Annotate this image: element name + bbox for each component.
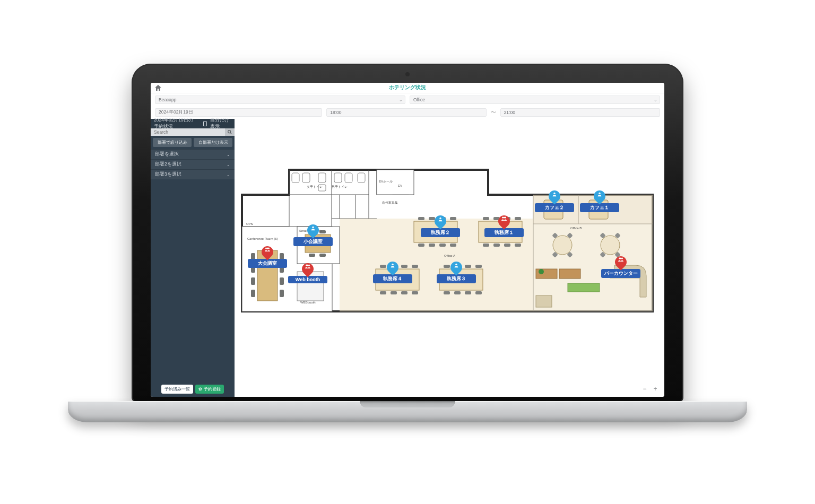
date-input[interactable]: 2024年02月19日 — [155, 108, 322, 117]
svg-text:EVホール: EVホール — [379, 180, 393, 183]
svg-text:男子トイレ: 男子トイレ — [332, 185, 348, 188]
zoom-out-button[interactable]: − — [641, 385, 648, 393]
svg-rect-63 — [504, 244, 510, 247]
seat-marker-label[interactable]: 執務席１ — [484, 228, 524, 237]
svg-rect-27 — [334, 173, 342, 183]
time-end-value: 21:00 — [504, 110, 515, 115]
seat-marker-label[interactable]: 執務席２ — [421, 228, 460, 237]
svg-rect-64 — [515, 244, 521, 247]
svg-rect-76 — [475, 265, 482, 268]
svg-point-83 — [553, 236, 572, 255]
seat-marker-label[interactable]: バーカウンター — [601, 269, 640, 278]
search-input[interactable] — [151, 128, 225, 136]
chevron-down-icon: ⌄ — [227, 172, 230, 177]
svg-rect-60 — [515, 217, 521, 220]
seat-marker-label[interactable]: カフェ２ — [535, 203, 574, 212]
svg-rect-43 — [319, 254, 326, 257]
date-value: 2024年02月19日 — [159, 109, 193, 116]
chevron-down-icon: ⌄ — [227, 152, 230, 157]
reservation-list-button[interactable]: 予約済み一覧 — [161, 385, 193, 394]
floorplan-map[interactable]: 女子トイレ 男子トイレ EVホール EV 造作家具集 Conference Ro… — [235, 119, 664, 397]
dept-select-3[interactable]: 部署3を選択 ⌄ — [151, 169, 235, 179]
seg-selfdept-button[interactable]: 自部署だけ表示 — [194, 138, 232, 147]
time-start-value: 18:00 — [330, 110, 341, 115]
svg-rect-70 — [391, 291, 397, 294]
svg-rect-72 — [412, 291, 418, 294]
svg-rect-73 — [444, 265, 450, 268]
home-icon[interactable] — [154, 84, 162, 92]
space-select[interactable]: Beacapp ⌄ — [155, 95, 405, 104]
dept-select-2[interactable]: 部署2を選択 ⌄ — [151, 159, 235, 169]
dept-select-1[interactable]: 部署を選択 ⌄ — [151, 149, 235, 159]
svg-text:Office B: Office B — [570, 227, 582, 230]
svg-rect-30 — [257, 250, 278, 301]
svg-rect-68 — [412, 265, 418, 268]
svg-text:Small Room (4): Small Room (4) — [299, 229, 322, 232]
svg-rect-95 — [568, 283, 600, 292]
laptop-mockup: ホテリング状況 Beacapp ⌄ Office ⌄ 2024年02月19日 — [68, 64, 747, 440]
svg-rect-51 — [439, 217, 446, 220]
zoom-in-button[interactable]: + — [652, 385, 659, 393]
svg-rect-77 — [444, 291, 450, 294]
svg-rect-94 — [559, 269, 580, 279]
svg-rect-53 — [418, 244, 424, 247]
self-only-checkbox[interactable] — [203, 121, 207, 126]
seat-marker-label[interactable]: 執務席３ — [437, 274, 476, 283]
svg-rect-28 — [345, 173, 352, 183]
time-range-tilde: 〜 — [491, 109, 496, 116]
svg-text:WEBbooth: WEBbooth — [300, 301, 316, 304]
svg-rect-71 — [401, 291, 408, 294]
reserve-button[interactable]: ✿ 予約登録 — [195, 385, 224, 394]
svg-text:OPS: OPS — [246, 222, 253, 225]
svg-rect-74 — [454, 265, 461, 268]
svg-text:女子トイレ: 女子トイレ — [307, 185, 323, 188]
svg-rect-66 — [391, 265, 397, 268]
svg-rect-25 — [318, 173, 326, 183]
svg-rect-78 — [454, 291, 461, 294]
svg-rect-50 — [429, 217, 435, 220]
time-start-select[interactable]: 18:00 — [326, 108, 486, 117]
svg-rect-67 — [401, 265, 408, 268]
svg-rect-79 — [465, 291, 471, 294]
svg-rect-23 — [292, 173, 299, 183]
sidebar-segment: 部署で絞り込み 自部署だけ表示 — [151, 136, 235, 149]
svg-rect-61 — [483, 244, 489, 247]
reserve-button-label: 予約登録 — [204, 386, 221, 392]
svg-rect-49 — [418, 217, 424, 220]
svg-rect-24 — [302, 173, 310, 183]
laptop-base — [68, 401, 747, 422]
svg-text:Office A: Office A — [444, 254, 455, 257]
seat-marker-label[interactable]: カフェ１ — [580, 203, 619, 212]
svg-rect-38 — [280, 290, 284, 297]
svg-rect-42 — [309, 254, 315, 257]
seat-marker-label[interactable]: 小会議室 — [293, 237, 333, 246]
seg-filter-button[interactable]: 部署で絞り込み — [153, 138, 192, 147]
space-select-value: Beacapp — [159, 97, 177, 102]
svg-rect-55 — [439, 244, 446, 247]
seat-marker-label[interactable]: 大会議室 — [248, 259, 287, 268]
svg-rect-37 — [280, 277, 284, 285]
title-bar: ホテリング状況 — [151, 83, 664, 93]
time-end-select[interactable]: 21:00 — [500, 108, 660, 117]
svg-rect-75 — [465, 265, 471, 268]
search-icon[interactable] — [225, 128, 235, 136]
office-select[interactable]: Office ⌄ — [410, 95, 660, 104]
sidebar-status-bar: 2024年02月19日の予約状況 自分だけ表示 — [151, 119, 235, 128]
sidebar-search — [151, 128, 235, 136]
svg-rect-65 — [380, 265, 386, 268]
svg-point-84 — [601, 236, 620, 255]
svg-rect-29 — [358, 173, 365, 183]
seat-marker-label[interactable]: Web booth — [288, 276, 327, 283]
sidebar-footer: 予約済み一覧 ✿ 予約登録 — [151, 381, 235, 397]
dept-select-2-label: 部署2を選択 — [155, 161, 181, 168]
svg-rect-97 — [536, 296, 552, 307]
svg-text:Conference Room (6): Conference Room (6) — [247, 237, 278, 240]
sidebar: 2024年02月19日の予約状況 自分だけ表示 部署で絞り込み 自部署だけ表示 — [151, 119, 235, 397]
filters-row-1: Beacapp ⌄ Office ⌄ — [151, 93, 664, 106]
svg-rect-58 — [493, 217, 500, 220]
seat-marker-label[interactable]: 執務席４ — [373, 274, 412, 283]
svg-text:EV: EV — [398, 184, 402, 187]
svg-point-0 — [228, 131, 231, 133]
svg-text:造作家具集: 造作家具集 — [382, 201, 398, 204]
gear-icon: ✿ — [198, 387, 202, 392]
